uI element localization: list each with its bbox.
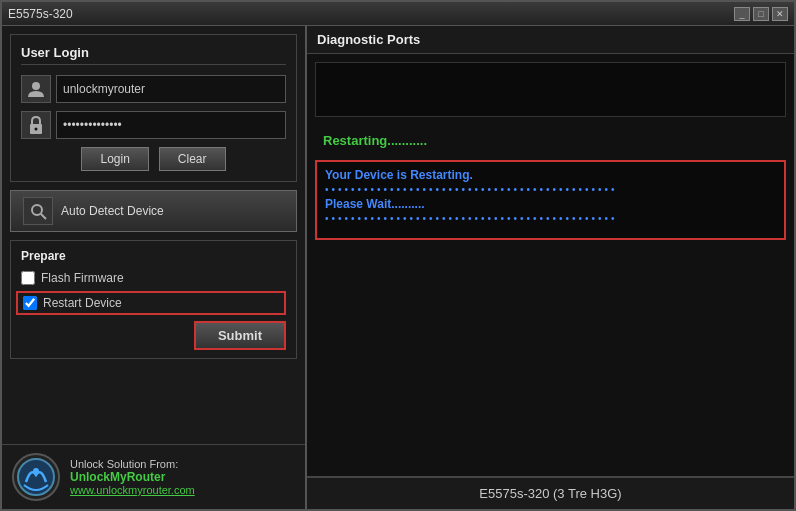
device-status-box: Your Device is Restarting. •••••••••••••… xyxy=(315,160,786,240)
title-bar: E5575s-320 _ □ ✕ xyxy=(2,2,794,26)
svg-point-0 xyxy=(32,82,40,90)
user-login-section: User Login xyxy=(10,34,297,182)
clear-button[interactable]: Clear xyxy=(159,147,226,171)
flash-firmware-row: Flash Firmware xyxy=(21,271,286,285)
flash-firmware-checkbox[interactable] xyxy=(21,271,35,285)
right-spacer xyxy=(307,244,794,476)
search-icon xyxy=(23,197,53,225)
username-input[interactable] xyxy=(56,75,286,103)
user-icon xyxy=(21,75,51,103)
diagnostic-header: Diagnostic Ports xyxy=(307,26,794,54)
please-wait-line: Please Wait.......... xyxy=(325,197,776,211)
svg-line-4 xyxy=(41,214,46,219)
device-restarting-line: Your Device is Restarting. xyxy=(325,168,776,182)
auto-detect-label: Auto Detect Device xyxy=(61,204,164,218)
lock-icon xyxy=(21,111,51,139)
main-window: E5575s-320 _ □ ✕ User Login xyxy=(0,0,796,511)
title-bar-controls: _ □ ✕ xyxy=(734,7,788,21)
login-button[interactable]: Login xyxy=(81,147,148,171)
main-content: User Login xyxy=(2,26,794,509)
window-title: E5575s-320 xyxy=(8,7,73,21)
maximize-button[interactable]: □ xyxy=(753,7,769,21)
svg-point-6 xyxy=(33,468,39,474)
flash-firmware-label: Flash Firmware xyxy=(41,271,124,285)
restart-device-row: Restart Device xyxy=(16,291,286,315)
submit-button[interactable]: Submit xyxy=(194,321,286,350)
close-button[interactable]: ✕ xyxy=(772,7,788,21)
brand-url[interactable]: www.unlockmyrouter.com xyxy=(70,484,195,496)
brand-text: Unlock Solution From: UnlockMyRouter www… xyxy=(70,458,195,496)
restarting-text: Restarting........... xyxy=(315,129,786,152)
auto-detect-section: Auto Detect Device xyxy=(10,190,297,232)
password-input[interactable] xyxy=(56,111,286,139)
svg-point-2 xyxy=(35,128,38,131)
device-info-bar: E5575s-320 (3 Tre H3G) xyxy=(307,476,794,509)
prepare-section: Prepare Flash Firmware Restart Device Su… xyxy=(10,240,297,359)
prepare-title: Prepare xyxy=(21,249,286,263)
brand-logo xyxy=(12,453,60,501)
login-button-row: Login Clear xyxy=(21,147,286,171)
submit-row: Submit xyxy=(21,321,286,350)
password-row xyxy=(21,111,286,139)
svg-point-3 xyxy=(32,205,42,215)
diagnostic-output-area xyxy=(315,62,786,117)
auto-detect-button[interactable]: Auto Detect Device xyxy=(10,190,297,232)
brand-section: Unlock Solution From: UnlockMyRouter www… xyxy=(2,444,305,509)
restart-device-label: Restart Device xyxy=(43,296,122,310)
minimize-button[interactable]: _ xyxy=(734,7,750,21)
device-info-text: E5575s-320 (3 Tre H3G) xyxy=(479,486,621,501)
user-login-title: User Login xyxy=(21,45,286,65)
diagnostic-title: Diagnostic Ports xyxy=(317,32,420,47)
right-panel: Diagnostic Ports Restarting........... Y… xyxy=(307,26,794,509)
brand-name: UnlockMyRouter xyxy=(70,470,195,484)
unlock-solution-label: Unlock Solution From: xyxy=(70,458,195,470)
dots-line-1: ••••••••••••••••••••••••••••••••••••••••… xyxy=(325,184,776,195)
username-row xyxy=(21,75,286,103)
restart-device-checkbox[interactable] xyxy=(23,296,37,310)
dots-line-2: ••••••••••••••••••••••••••••••••••••••••… xyxy=(325,213,776,224)
left-panel: User Login xyxy=(2,26,307,509)
